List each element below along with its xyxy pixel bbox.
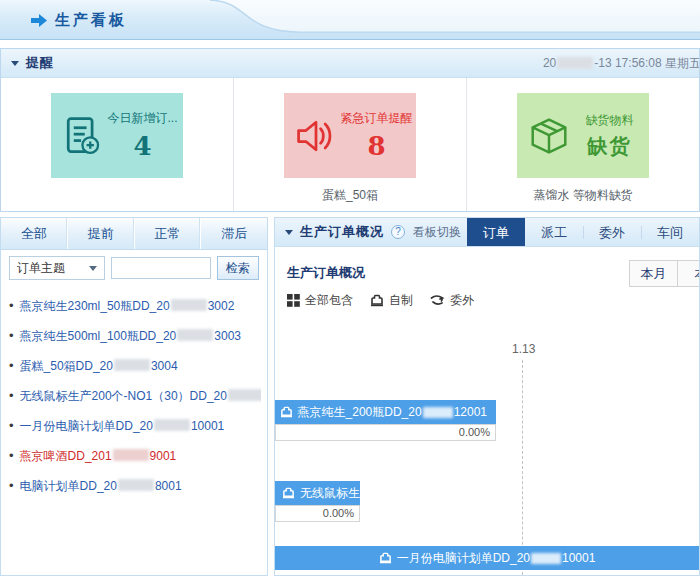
tab-workshop[interactable]: 车间	[641, 218, 699, 247]
urgent-orders-count: 8	[367, 131, 385, 161]
redacted-text	[531, 553, 561, 564]
header-swoosh-decoration	[210, 0, 700, 39]
redacted-text	[114, 359, 150, 371]
tab-outsource[interactable]: 委外	[583, 218, 641, 247]
gantt-bar[interactable]: 一月份电脑计划单DD_2010001	[275, 546, 699, 570]
reminder-section: 提醒 20 -13 17:56:08 星期五 今日新增订...	[0, 48, 700, 212]
help-icon[interactable]: ?	[391, 225, 405, 239]
legend-self-made[interactable]: 自制	[370, 292, 413, 309]
new-orders-label: 今日新增订...	[108, 110, 178, 127]
document-add-icon	[60, 114, 104, 158]
order-list-item[interactable]: •燕京纯生230ml_50瓶DD_203002	[9, 296, 261, 316]
new-orders-column: 今日新增订... 4	[1, 78, 233, 211]
urgent-orders-label: 紧急订单提醒	[341, 110, 413, 127]
board-switch-label: 看板切换	[413, 224, 461, 241]
order-list: •燕京纯生230ml_50瓶DD_203002 •燕京纯生500ml_100瓶D…	[1, 286, 267, 496]
board-tabs: 订单 派工 委外 车间	[467, 218, 699, 247]
app-header: 生产看板	[0, 0, 700, 40]
chart-subtitle: 生产订单概况	[287, 264, 365, 282]
period-button-group: 本月 本	[629, 260, 700, 287]
redacted-text	[171, 299, 207, 311]
urgent-orders-card[interactable]: 紧急订单提醒 8	[284, 93, 416, 178]
collapse-triangle-icon[interactable]	[285, 230, 293, 235]
urgent-orders-caption: 蛋糕_50箱	[322, 187, 378, 204]
redacted-text	[118, 479, 154, 491]
order-list-item-alert[interactable]: •燕京啤酒DD_2019001	[9, 446, 261, 466]
search-button[interactable]: 检索	[217, 256, 259, 280]
collapse-triangle-icon[interactable]	[11, 61, 19, 66]
shortage-card[interactable]: 缺货物料 缺货	[517, 93, 649, 178]
timestamp-suffix: -13 17:56:08 星期五	[594, 55, 699, 72]
production-overview-title: 生产订单概况	[300, 223, 384, 241]
speaker-icon	[293, 114, 339, 158]
tab-normal[interactable]: 正常	[135, 218, 202, 249]
page-title: 生产看板	[55, 11, 127, 30]
factory-icon	[282, 487, 295, 499]
timestamp: 20 -13 17:56:08 星期五	[543, 55, 699, 72]
today-dashed-line	[522, 360, 523, 575]
new-orders-count: 4	[133, 131, 151, 161]
factory-icon	[280, 406, 293, 418]
tab-all[interactable]: 全部	[1, 218, 68, 249]
factory-icon	[370, 294, 384, 307]
order-list-item[interactable]: •蛋糕_50箱DD_203004	[9, 356, 261, 376]
order-list-panel: 全部 提前 正常 滞后 订单主题 检索 •燕京纯生230ml_50瓶DD_203…	[0, 217, 268, 576]
period-button-cut[interactable]: 本	[677, 261, 700, 286]
redacted-text	[177, 329, 213, 341]
grid-icon	[287, 294, 300, 307]
legend-all-included[interactable]: 全部包含	[287, 292, 353, 309]
factory-icon	[379, 552, 392, 564]
production-overview-panel: 生产订单概况 ? 看板切换 订单 派工 委外 车间 生产订单概况 本月 本	[274, 217, 700, 576]
chart-legend: 全部包含 自制 委外	[287, 292, 474, 309]
forward-arrow-icon	[30, 13, 47, 28]
hand-icon	[430, 294, 445, 307]
urgent-orders-column: 紧急订单提醒 8 蛋糕_50箱	[233, 78, 466, 211]
reminder-section-title: 提醒	[26, 54, 54, 72]
gantt-chart: 1.13 燕京纯生_200瓶DD_2012001 0.00% 无线鼠标生产	[275, 318, 699, 575]
new-orders-card[interactable]: 今日新增订... 4	[51, 93, 183, 178]
order-list-item[interactable]: •无线鼠标生产200个-NO1（30）DD_2011002	[9, 386, 261, 406]
this-month-button[interactable]: 本月	[630, 261, 677, 286]
tab-dispatch[interactable]: 派工	[525, 218, 583, 247]
reminder-section-header: 提醒 20 -13 17:56:08 星期五	[1, 49, 699, 78]
redacted-text	[423, 407, 453, 418]
search-input[interactable]	[111, 257, 211, 279]
timestamp-prefix: 20	[543, 56, 556, 70]
shortage-caption: 蒸馏水 等物料缺货	[533, 187, 632, 204]
tab-early[interactable]: 提前	[68, 218, 135, 249]
production-overview-header: 生产订单概况 ? 看板切换 订单 派工 委外 车间	[275, 218, 699, 247]
order-filter-tabs: 全部 提前 正常 滞后	[1, 218, 267, 250]
date-marker-label: 1.13	[512, 342, 535, 356]
shortage-column: 缺货物料 缺货 蒸馏水 等物料缺货	[466, 78, 699, 211]
shortage-value: 缺货	[588, 133, 632, 160]
order-subject-select-value: 订单主题	[17, 260, 65, 277]
order-list-item[interactable]: •燕京纯生500ml_100瓶DD_203003	[9, 326, 261, 346]
order-subject-select[interactable]: 订单主题	[9, 256, 105, 280]
order-list-item[interactable]: •电脑计划单DD_208001	[9, 476, 261, 496]
chevron-down-icon	[89, 266, 97, 271]
redacted-text	[113, 449, 149, 461]
redacted-text	[154, 419, 190, 431]
tab-delayed[interactable]: 滞后	[201, 218, 267, 249]
tab-order[interactable]: 订单	[467, 218, 525, 247]
order-list-item[interactable]: •一月份电脑计划单DD_2010001	[9, 416, 261, 436]
shortage-label: 缺货物料	[586, 112, 634, 129]
gantt-bar[interactable]: 无线鼠标生产	[275, 481, 360, 505]
package-icon	[526, 113, 572, 159]
legend-outsourced[interactable]: 委外	[430, 292, 474, 309]
redacted-text	[228, 389, 261, 401]
redacted-text	[557, 57, 593, 69]
progress-box: 0.00%	[275, 424, 496, 441]
gantt-bar[interactable]: 燕京纯生_200瓶DD_2012001	[275, 400, 496, 424]
progress-box: 0.00%	[275, 505, 360, 522]
